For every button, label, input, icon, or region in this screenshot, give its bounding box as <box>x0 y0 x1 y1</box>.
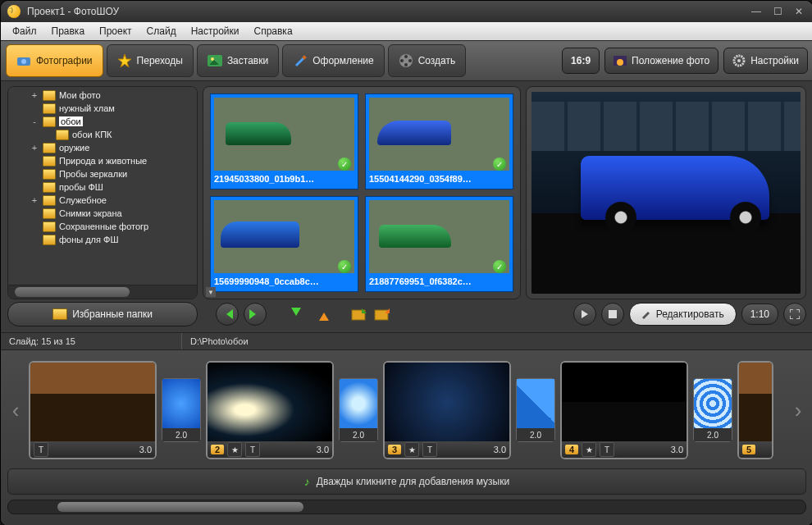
folder-row[interactable]: пробы ФШ <box>8 180 197 194</box>
folder-row[interactable]: -обои <box>8 115 197 128</box>
transition-item[interactable]: 2.0 <box>693 378 732 442</box>
tab-design[interactable]: Оформление <box>282 44 384 77</box>
arrow-right-icon <box>249 309 261 319</box>
folder-icon <box>43 103 56 114</box>
film-reel-icon <box>399 53 413 68</box>
nav-back-button[interactable] <box>216 303 239 326</box>
photo-position-button[interactable]: Положение фото <box>604 48 718 74</box>
folder-hscroll[interactable] <box>8 285 197 299</box>
text-icon[interactable]: T <box>600 442 614 457</box>
slide-duration: 3.0 <box>139 445 152 454</box>
menu-help[interactable]: Справка <box>247 24 299 39</box>
brush-icon <box>293 53 308 68</box>
folder-icon <box>52 308 67 320</box>
scroll-down-icon[interactable]: ▼ <box>206 287 216 297</box>
maximize-button[interactable]: ☐ <box>770 6 785 17</box>
add-all-button[interactable] <box>373 307 391 322</box>
star-icon[interactable]: ★ <box>227 442 242 457</box>
expander-icon[interactable]: + <box>30 143 39 153</box>
timeline-slide[interactable]: 5 <box>737 361 773 459</box>
arrow-up-icon <box>319 308 329 321</box>
timeline-next-button[interactable]: › <box>790 365 806 455</box>
transition-item[interactable]: 2.0 <box>162 378 201 442</box>
text-icon[interactable]: T <box>34 442 48 457</box>
slide-duration: 3.0 <box>494 445 506 454</box>
menu-bar: Файл Правка Проект Слайд Настройки Справ… <box>1 22 812 40</box>
timeline-prev-button[interactable]: ‹ <box>7 365 24 455</box>
app-window: Проект1 - ФотоШОУ — ☐ ✕ Файл Правка Прое… <box>0 0 812 525</box>
folder-label: Природа и животные <box>59 156 147 166</box>
folder-row[interactable]: +оружие <box>8 141 197 154</box>
settings-label: Настройки <box>750 55 799 66</box>
tab-transitions-label: Переходы <box>137 55 183 66</box>
tab-transitions[interactable]: Переходы <box>107 44 194 77</box>
timeline-slide[interactable]: 2 ★ T 3.0 <box>206 361 334 459</box>
aspect-ratio-label: 16:9 <box>571 55 591 66</box>
nav-forward-button[interactable] <box>244 303 267 326</box>
status-path: D:\Photo\обои <box>182 333 812 349</box>
folder-up-icon <box>373 307 391 322</box>
svg-marker-20 <box>582 310 588 318</box>
timeline-slide[interactable]: T 3.0 <box>29 361 157 459</box>
folder-row[interactable]: обои КПК <box>8 128 197 141</box>
timeline-slide[interactable]: 3 ★ T 3.0 <box>383 361 511 459</box>
timeline-slide[interactable]: 4 ★ T 3.0 <box>560 361 688 459</box>
thumbnail-caption: 21887769951_0f6382c… <box>366 276 513 291</box>
thumbnail-item[interactable]: ✓ 21887769951_0f6382c… <box>365 196 513 292</box>
play-button[interactable] <box>573 303 596 326</box>
folder-row[interactable]: Сохраненные фотогр <box>8 220 197 233</box>
menu-slide[interactable]: Слайд <box>140 24 183 39</box>
menu-file[interactable]: Файл <box>6 24 43 39</box>
star-icon[interactable]: ★ <box>404 442 419 457</box>
stop-button[interactable] <box>601 303 624 326</box>
transition-item[interactable]: 2.0 <box>339 378 378 442</box>
folder-row[interactable]: +Мои фото <box>8 89 197 102</box>
timeline-slides[interactable]: T 3.0 2.0 2 ★ T <box>29 361 785 459</box>
tab-create[interactable]: Создать <box>388 44 467 77</box>
expander-icon[interactable]: + <box>30 195 39 205</box>
expander-icon[interactable]: - <box>30 116 39 126</box>
aspect-ratio-button[interactable]: 16:9 <box>562 48 600 74</box>
folder-row[interactable]: фоны для ФШ <box>8 233 197 246</box>
folder-tree[interactable]: +Мои фотонужный хлам-обоиобои КПК+оружие… <box>8 87 197 285</box>
folder-icon <box>43 90 56 101</box>
thumbnail-caption: 15699990948_0ccab8c… <box>211 276 358 291</box>
transition-item[interactable]: 2.0 <box>516 378 555 442</box>
settings-button[interactable]: Настройки <box>723 48 808 74</box>
minimize-button[interactable]: — <box>749 6 764 17</box>
menu-edit[interactable]: Правка <box>45 24 92 39</box>
edit-button[interactable]: Редактировать <box>629 303 737 326</box>
add-down-button[interactable] <box>291 308 301 321</box>
favorite-folders-button[interactable]: Избранные папки <box>7 302 198 326</box>
tab-photos-label: Фотографии <box>36 55 93 66</box>
tab-intros[interactable]: Заставки <box>197 44 279 77</box>
thumbnail-item[interactable]: ✓ 21945033800_01b9b1… <box>210 94 358 189</box>
tab-photos[interactable]: Фотографии <box>6 44 103 77</box>
folder-row[interactable]: Природа и животные <box>8 154 197 167</box>
timeline-hscroll[interactable] <box>7 500 806 514</box>
music-track[interactable]: ♪ Дважды кликните для добавления музыки <box>7 468 806 495</box>
remove-up-button[interactable] <box>319 308 329 321</box>
close-button[interactable]: ✕ <box>791 6 806 17</box>
menu-project[interactable]: Проект <box>93 24 139 39</box>
folder-label: Пробы зеркалки <box>59 169 127 179</box>
fullscreen-button[interactable] <box>783 303 806 326</box>
menu-settings[interactable]: Настройки <box>185 24 246 39</box>
folder-row[interactable]: Пробы зеркалки <box>8 167 197 180</box>
star-icon[interactable]: ★ <box>582 442 596 457</box>
check-icon: ✓ <box>493 260 506 273</box>
slide-thumb <box>30 363 155 441</box>
pencil-icon <box>641 309 651 319</box>
folder-row[interactable]: нужный хлам <box>8 102 197 115</box>
add-folder-button[interactable] <box>350 307 368 322</box>
thumbnail-item[interactable]: ✓ 15699990948_0ccab8c… <box>210 196 358 292</box>
folder-icon <box>56 130 69 140</box>
svg-point-8 <box>404 55 408 58</box>
folder-row[interactable]: Снимки экрана <box>8 207 197 220</box>
expander-icon[interactable]: + <box>30 90 39 100</box>
text-icon[interactable]: T <box>245 442 260 457</box>
thumbnail-item[interactable]: ✓ 15504144290_0354f89… <box>365 94 513 189</box>
text-icon[interactable]: T <box>422 442 437 457</box>
folder-row[interactable]: +Служебное <box>8 194 197 207</box>
folder-label: обои <box>59 116 83 126</box>
